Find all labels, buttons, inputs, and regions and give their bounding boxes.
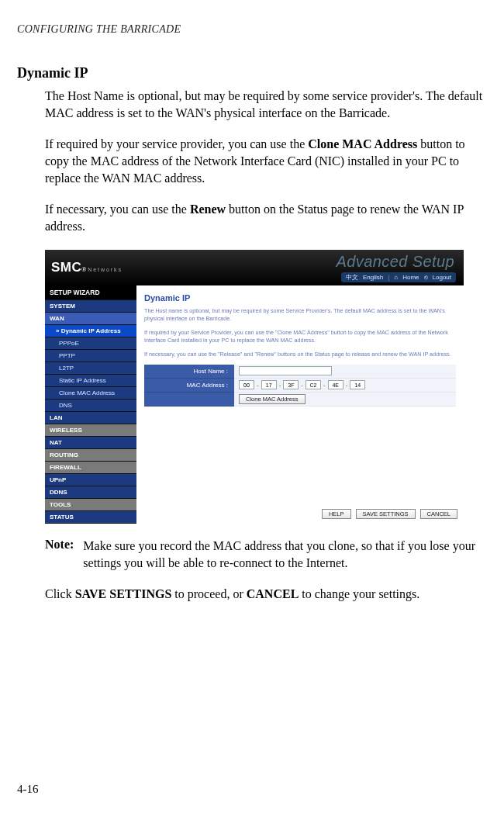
clone-row-pad	[144, 393, 234, 406]
closing-paragraph: Click SAVE SETTINGS to proceed, or CANCE…	[17, 586, 487, 603]
menu-routing[interactable]: ROUTING	[45, 449, 136, 462]
router-screenshot: SMC® N e t w o r k s Advanced Setup 中文 E…	[45, 250, 464, 524]
help-button[interactable]: HELP	[322, 509, 351, 519]
menu-setup-wizard[interactable]: SETUP WIZARD	[45, 285, 136, 300]
menu-dynamic-ip[interactable]: » Dynamic IP Address	[45, 325, 136, 337]
menu-system[interactable]: SYSTEM	[45, 300, 136, 313]
logo-sub: N e t w o r k s	[88, 267, 121, 272]
topbar-sep: |	[388, 274, 389, 281]
menu-lan[interactable]: LAN	[45, 412, 136, 424]
logout-link[interactable]: Logout	[433, 274, 451, 281]
smc-logo: SMC® N e t w o r k s	[51, 260, 121, 275]
menu-tools[interactable]: TOOLS	[45, 499, 136, 511]
lang-zh[interactable]: 中文	[346, 273, 358, 282]
panel-p2: If required by your Service Provider, yo…	[144, 329, 456, 344]
screenshot-header: SMC® N e t w o r k s Advanced Setup 中文 E…	[45, 250, 464, 285]
mac-4[interactable]	[306, 380, 321, 389]
cancel-button[interactable]: CANCEL	[420, 509, 457, 519]
mac-address-label: MAC Address :	[144, 379, 234, 393]
mac-1[interactable]	[239, 380, 254, 389]
menu-nat[interactable]: NAT	[45, 437, 136, 449]
p3-a: If necessary, you can use the	[45, 202, 190, 216]
logout-icon: ⎋	[424, 274, 428, 281]
lang-en[interactable]: English	[363, 274, 383, 281]
menu-wan[interactable]: WAN	[45, 313, 136, 325]
save-settings-button[interactable]: SAVE SETTINGS	[356, 509, 416, 519]
menu-dns[interactable]: DNS	[45, 400, 136, 412]
note-text: Make sure you record the MAC address tha…	[83, 538, 487, 572]
logo-reg: ®	[81, 266, 86, 273]
menu-status[interactable]: STATUS	[45, 511, 136, 524]
section-title: Dynamic IP	[17, 65, 487, 81]
menu-wireless[interactable]: WIRELESS	[45, 424, 136, 437]
mac-3[interactable]	[283, 380, 299, 389]
menu-firewall[interactable]: FIREWALL	[45, 462, 136, 474]
closing-save: SAVE SETTINGS	[75, 587, 172, 600]
content-panel: Dynamic IP The Host name is optional, bu…	[136, 285, 464, 524]
home-icon: ⌂	[394, 274, 398, 281]
topbar: 中文 English | ⌂ Home ⎋ Logout	[341, 272, 456, 282]
advanced-setup-title: Advanced Setup	[337, 253, 454, 271]
bottom-buttons: HELP SAVE SETTINGS CANCEL	[322, 509, 457, 519]
closing-a: Click	[45, 587, 75, 600]
form-area: Host Name : MAC Address : - - - - -	[144, 365, 456, 406]
clone-mac-button[interactable]: Clone MAC Address	[239, 394, 306, 404]
logo-text: SMC	[51, 260, 81, 275]
closing-cancel: CANCEL	[247, 587, 299, 600]
home-link[interactable]: Home	[402, 274, 419, 281]
menu-dynamic-ip-label: Dynamic IP Address	[61, 327, 121, 334]
mac-2[interactable]	[261, 380, 277, 389]
paragraph-3: If necessary, you can use the Renew butt…	[17, 201, 487, 235]
screenshot-body: SETUP WIZARD SYSTEM WAN » Dynamic IP Add…	[45, 285, 464, 524]
host-name-label: Host Name :	[144, 365, 234, 379]
menu-pptp[interactable]: PPTP	[45, 350, 136, 362]
closing-d: to change your settings.	[299, 587, 419, 600]
running-header: CONFIGURING THE BARRICADE	[17, 23, 487, 36]
paragraph-2: If required by your service provider, yo…	[17, 136, 487, 187]
panel-title: Dynamic IP	[144, 293, 456, 303]
mac-5[interactable]	[328, 380, 343, 389]
p2-a: If required by your service provider, yo…	[45, 137, 308, 150]
menu-static-ip[interactable]: Static IP Address	[45, 375, 136, 387]
note-block: Note: Make sure you record the MAC addre…	[17, 538, 487, 572]
closing-c: to proceed, or	[171, 587, 246, 600]
host-name-input[interactable]	[239, 366, 332, 375]
menu-clone-mac[interactable]: Clone MAC Address	[45, 387, 136, 400]
panel-p1: The Host name is optional, but may be re…	[144, 307, 456, 323]
mac-field: - - - - -	[234, 379, 456, 393]
note-label: Note:	[45, 538, 74, 572]
sidebar: SETUP WIZARD SYSTEM WAN » Dynamic IP Add…	[45, 285, 136, 524]
p2-bold: Clone MAC Address	[308, 137, 417, 150]
menu-upnp[interactable]: UPnP	[45, 474, 136, 486]
paragraph-1: The Host Name is optional, but may be re…	[17, 88, 487, 122]
mac-6[interactable]	[350, 380, 365, 389]
menu-l2tp[interactable]: L2TP	[45, 362, 136, 375]
page-number: 4-16	[17, 783, 39, 796]
panel-p3: If necessary, you can use the "Release" …	[144, 351, 456, 358]
p3-bold: Renew	[190, 202, 226, 216]
menu-ddns[interactable]: DDNS	[45, 486, 136, 499]
menu-pppoe[interactable]: PPPoE	[45, 337, 136, 350]
